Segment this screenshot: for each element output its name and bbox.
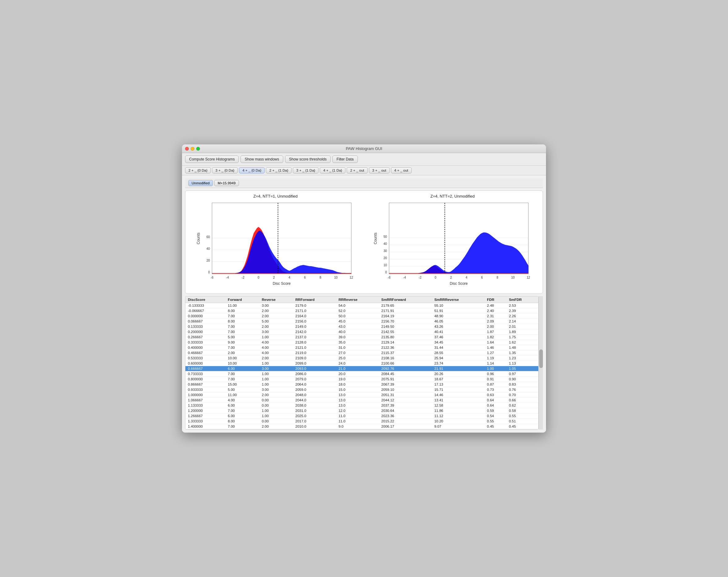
subtab-m15[interactable]: M+15.9949	[214, 180, 239, 186]
table-cell: 55.10	[432, 303, 485, 308]
table-cell: 0.200000	[185, 329, 225, 335]
table-row[interactable]: 0.60000010.001.002099.024.02100.6623.741…	[185, 361, 538, 366]
maximize-button[interactable]	[196, 147, 200, 150]
col-rrforward: RRForward	[293, 297, 336, 303]
filter-data-button[interactable]: Filter Data	[332, 156, 358, 163]
table-cell: 1.19	[485, 356, 506, 361]
table-row[interactable]: 1.1333336.000.002038.013.02037.3912.580.…	[185, 403, 538, 408]
table-cell: 5.00	[259, 319, 293, 324]
table-row[interactable]: 1.00000011.002.002048.013.02051.3114.460…	[185, 392, 538, 397]
table-cell: 0.70	[506, 392, 538, 397]
table-row[interactable]: 1.3333338.000.002017.011.02015.2210.200.…	[185, 419, 538, 424]
table-row[interactable]: 0.9333335.003.002059.015.02059.1015.710.…	[185, 387, 538, 392]
table-row[interactable]: 0.4666672.004.002119.027.02115.3728.551.…	[185, 350, 538, 356]
table-cell: 0.400000	[185, 345, 225, 350]
table-row[interactable]: 0.2666675.001.002137.039.02135.8037.461.…	[185, 335, 538, 340]
table-row[interactable]: 0.4000007.004.002121.031.02122.3631.441.…	[185, 345, 538, 350]
tab-4p0da[interactable]: 4 + _ {0 Da}	[239, 167, 265, 173]
scrollbar[interactable]	[539, 296, 543, 430]
tab-2p1da[interactable]: 2 + _ {1 Da}	[266, 167, 292, 173]
table-cell: 2.00	[259, 356, 293, 361]
show-score-thresholds-button[interactable]: Show score thresholds	[285, 156, 331, 163]
table-cell: 13.41	[432, 397, 485, 403]
table-cell: 1.00	[259, 361, 293, 366]
table-cell: 0.466667	[185, 350, 225, 356]
tab-2pout[interactable]: 2 + _ out	[347, 167, 367, 173]
table-cell: 2179.0	[293, 303, 336, 308]
table-cell: 0.333333	[185, 340, 225, 345]
table-row[interactable]: 1.2666676.001.002025.011.02023.3611.120.…	[185, 413, 538, 419]
close-button[interactable]	[185, 147, 189, 150]
table-row[interactable]: 0.0666678.005.002156.045.02156.7046.052.…	[185, 319, 538, 324]
table-row[interactable]: 0.1333337.002.002149.043.02149.5043.262.…	[185, 324, 538, 329]
table-row[interactable]: 0.3333339.004.002128.035.02129.1434.451.…	[185, 340, 538, 345]
table-cell: 2.00	[485, 324, 506, 329]
table-cell: 2038.0	[293, 403, 336, 408]
table-cell: 2.00	[259, 308, 293, 313]
table-row[interactable]: 1.4000007.002.002010.09.02006.179.070.45…	[185, 424, 538, 429]
svg-text:Disc Score: Disc Score	[273, 281, 291, 286]
table-row[interactable]: -0.13333311.003.002179.054.02179.6555.10…	[185, 303, 538, 308]
table-cell: 8.00	[225, 308, 259, 313]
table-cell: 10.00	[225, 361, 259, 366]
minimize-button[interactable]	[191, 147, 194, 150]
svg-text:40: 40	[384, 242, 387, 246]
tab-4pout[interactable]: 4 + _ out	[391, 167, 412, 173]
tab-2p0da[interactable]: 2 + _ {0 Da}	[185, 167, 211, 173]
svg-text:-2: -2	[242, 276, 244, 279]
histogram-1-title: Z=4, NTT=1, Unmodified	[253, 194, 297, 198]
table-cell: 0.00	[259, 419, 293, 424]
table-cell: 2129.14	[379, 340, 432, 345]
col-smrrreverse: SmRRReverse	[432, 297, 485, 303]
table-cell: 0.97	[506, 372, 538, 377]
table-cell: 0.000000	[185, 313, 225, 319]
table-row[interactable]: 0.6666676.003.002093.021.02092.7621.911.…	[185, 366, 538, 372]
table-cell: 7.00	[225, 372, 259, 377]
table-cell: 2108.16	[379, 356, 432, 361]
svg-text:12: 12	[526, 276, 530, 279]
show-mass-windows-button[interactable]: Show mass windows	[240, 156, 283, 163]
table-cell: 1.82	[485, 335, 506, 340]
table-cell: 2100.66	[379, 361, 432, 366]
table-row[interactable]: 1.2000007.001.002031.012.02030.6411.860.…	[185, 408, 538, 413]
table-row[interactable]: 0.2000007.003.002142.040.02142.5540.411.…	[185, 329, 538, 335]
table-row[interactable]: 0.53333310.002.002109.025.02108.1625.941…	[185, 356, 538, 361]
table-cell: 2156.0	[293, 319, 336, 324]
scrollbar-thumb[interactable]	[539, 350, 543, 368]
table-cell: 2171.91	[379, 308, 432, 313]
tab-4p1da[interactable]: 4 + _ {1 Da}	[320, 167, 345, 173]
table-cell: 1.48	[506, 345, 538, 350]
table-cell: 1.87	[485, 329, 506, 335]
table-row[interactable]: 1.0666674.000.002044.013.02044.1213.410.…	[185, 397, 538, 403]
tab-3p0da[interactable]: 3 + _ {0 Da}	[212, 167, 238, 173]
svg-text:20: 20	[206, 259, 210, 262]
table-row[interactable]: 0.7333337.001.002086.020.02084.4520.260.…	[185, 372, 538, 377]
table-cell: 14.46	[432, 392, 485, 397]
table-row[interactable]: 0.0000007.002.002164.050.02164.1948.902.…	[185, 313, 538, 319]
subtab-unmodified[interactable]: Unmodified	[188, 180, 213, 186]
table-cell: 2135.80	[379, 335, 432, 340]
table-cell: 2.00	[259, 324, 293, 329]
table-cell: 35.0	[336, 340, 379, 345]
tab-3p1da[interactable]: 3 + _ {1 Da}	[293, 167, 318, 173]
table-row[interactable]: 0.86666715.001.002064.018.02067.3917.130…	[185, 382, 538, 387]
table-cell: 2.40	[485, 308, 506, 313]
svg-text:4: 4	[466, 276, 467, 279]
table-cell: 2044.12	[379, 397, 432, 403]
compute-histograms-button[interactable]: Compute Score Histograms	[185, 156, 239, 163]
table-cell: 13.0	[336, 403, 379, 408]
table-cell: 8.00	[225, 319, 259, 324]
table-row[interactable]: 0.8000007.001.002079.019.02075.9118.670.…	[185, 377, 538, 382]
table-cell: 0.55	[485, 419, 506, 424]
table-cell: 2092.76	[379, 366, 432, 372]
table-cell: 1.05	[506, 366, 538, 372]
table-cell: 3.00	[259, 303, 293, 308]
table-cell: 1.14	[485, 361, 506, 366]
tab-3pout[interactable]: 3 + _ out	[369, 167, 390, 173]
table-cell: 7.00	[225, 424, 259, 429]
col-forward: Forward	[225, 297, 259, 303]
table-cell: 0.933333	[185, 387, 225, 392]
table-cell: 7.00	[225, 329, 259, 335]
table-cell: 2.00	[259, 313, 293, 319]
table-row[interactable]: -0.0666678.002.002171.052.02171.9151.912…	[185, 308, 538, 313]
